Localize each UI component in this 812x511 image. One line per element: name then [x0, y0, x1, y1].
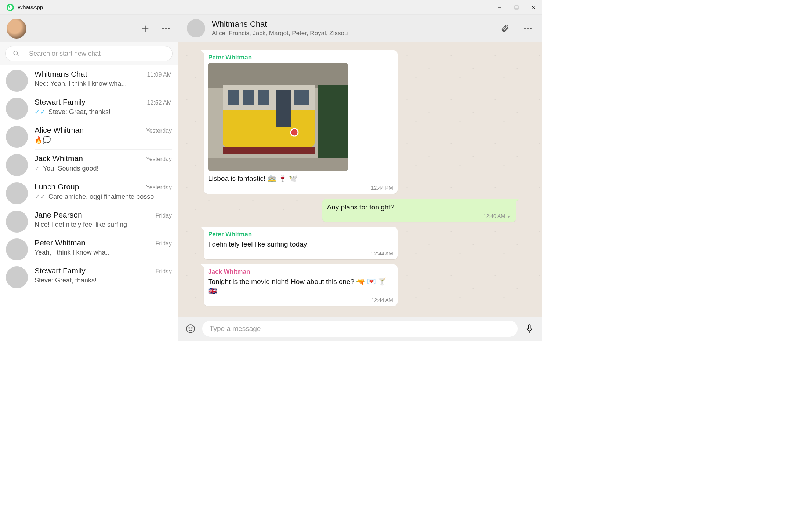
svg-point-29: [189, 328, 189, 328]
chat-list-item[interactable]: Stewart Family12:52 AM✓✓Steve: Great, th…: [0, 93, 178, 121]
chat-list-item[interactable]: Jack WhitmanYesterday✓You: Sounds good!: [0, 150, 178, 178]
chat-list-name: Alice Whitman: [35, 126, 84, 135]
chat-list-item[interactable]: Stewart FamilyFridaySteve: Great, thanks…: [0, 262, 178, 289]
chat-list-item[interactable]: Lunch GroupYesterday✓✓Care amiche, oggi …: [0, 178, 178, 206]
chat-list-preview: Yeah, I think I know wha...: [35, 249, 172, 256]
voice-record-button[interactable]: [524, 324, 534, 334]
chat-list-time: 11:09 AM: [147, 72, 172, 78]
sent-tick-icon: ✓: [35, 164, 40, 172]
chat-avatar: [187, 19, 205, 37]
search-icon: [13, 50, 19, 57]
chat-list-avatar: [6, 211, 28, 233]
chat-list-time: Friday: [156, 240, 172, 247]
message-sender: Peter Whitman: [208, 231, 393, 238]
attach-button[interactable]: [500, 23, 510, 33]
message-input-wrapper[interactable]: [202, 321, 518, 337]
incoming-message[interactable]: Jack WhitmanTonight is the movie night! …: [204, 264, 398, 306]
chat-list-name: Jack Whitman: [35, 154, 83, 163]
outgoing-message[interactable]: Any plans for tonight?12:40 AM ✓: [322, 199, 516, 222]
sidebar-menu-button[interactable]: [161, 23, 171, 34]
chat-list-avatar: [6, 238, 28, 260]
messages-area[interactable]: Peter WhitmanLisboa is fantastic! 🚋 🍷 🕊️…: [178, 42, 542, 317]
message-input[interactable]: [210, 325, 510, 333]
incoming-message[interactable]: Peter WhitmanLisboa is fantastic! 🚋 🍷 🕊️…: [204, 50, 398, 194]
chat-list-preview: Steve: Great, thanks!: [35, 277, 172, 284]
svg-rect-21: [243, 90, 254, 105]
window-title: WhatsApp: [18, 4, 43, 10]
window-maximize-button[interactable]: [508, 0, 525, 15]
chat-list-time: 12:52 AM: [147, 99, 172, 106]
svg-rect-20: [228, 90, 239, 105]
chat-list-item[interactable]: Alice WhitmanYesterday🔥💭: [0, 121, 178, 150]
sidebar: Whitmans Chat11:09 AMNed: Yeah, I think …: [0, 15, 178, 341]
window-titlebar: WhatsApp: [0, 0, 542, 15]
sidebar-search: [0, 42, 178, 65]
svg-rect-31: [528, 325, 530, 329]
svg-point-26: [291, 129, 298, 136]
svg-point-12: [524, 28, 526, 29]
chat-list-preview: Ned: Yeah, I think I know wha...: [35, 80, 172, 88]
svg-rect-27: [208, 158, 348, 171]
chat-list-name: Lunch Group: [35, 182, 79, 191]
chat-list-preview: ✓✓Steve: Great, thanks!: [35, 108, 172, 116]
chat-header[interactable]: Whitmans Chat Alice, Francis, Jack, Marg…: [178, 15, 542, 42]
svg-point-8: [165, 28, 167, 29]
chat-list-time: Yesterday: [146, 156, 172, 163]
chat-list-preview: ✓You: Sounds good!: [35, 164, 172, 172]
chat-list-item[interactable]: Jane PearsonFridayNice! I definitely fee…: [0, 206, 178, 234]
svg-rect-22: [258, 90, 269, 105]
chat-list-avatar: [6, 70, 28, 92]
chat-list-time: Friday: [156, 212, 172, 219]
chat-list-time: Yesterday: [146, 184, 172, 191]
chat-list[interactable]: Whitmans Chat11:09 AMNed: Yeah, I think …: [0, 65, 178, 341]
chat-list-item[interactable]: Peter WhitmanFridayYeah, I think I know …: [0, 234, 178, 262]
read-tick-icon: ✓✓: [35, 108, 46, 116]
chat-menu-button[interactable]: [523, 23, 533, 33]
chat-list-avatar: [6, 154, 28, 176]
svg-point-28: [186, 325, 195, 333]
chat-list-avatar: [6, 126, 28, 148]
chat-list-name: Peter Whitman: [35, 238, 86, 247]
chat-list-name: Stewart Family: [35, 266, 86, 275]
window-minimize-button[interactable]: [491, 0, 508, 15]
search-input-wrapper[interactable]: [5, 46, 173, 61]
new-chat-button[interactable]: [140, 23, 151, 34]
message-text: Tonight is the movie night! How about th…: [208, 277, 393, 296]
svg-point-13: [527, 28, 529, 29]
whatsapp-logo-icon: [7, 4, 14, 11]
svg-point-10: [14, 51, 18, 55]
svg-line-11: [17, 54, 19, 56]
svg-rect-23: [276, 90, 291, 127]
chat-list-item[interactable]: Whitmans Chat11:09 AMNed: Yeah, I think …: [0, 65, 178, 93]
microphone-icon: [525, 324, 533, 333]
composer: [178, 317, 542, 341]
message-text: I definitely feel like surfing today!: [208, 240, 393, 249]
chat-title: Whitmans Chat: [212, 19, 500, 29]
chat-list-preview: 🔥💭: [35, 136, 172, 144]
message-time: 12:44 AM: [208, 297, 393, 303]
message-text: Any plans for tonight?: [327, 202, 512, 212]
sent-tick-icon: ✓: [507, 213, 512, 219]
svg-point-14: [530, 28, 532, 29]
chat-list-time: Yesterday: [146, 128, 172, 134]
self-avatar[interactable]: [7, 19, 26, 39]
svg-point-9: [168, 28, 170, 29]
message-time: 12:40 AM ✓: [327, 213, 512, 219]
paperclip-icon: [501, 24, 510, 33]
chat-list-avatar: [6, 182, 28, 204]
chat-list-preview: Nice! I definitely feel like surfing: [35, 221, 172, 229]
search-input[interactable]: [29, 50, 165, 58]
svg-point-7: [162, 28, 164, 29]
message-image[interactable]: [208, 63, 348, 171]
svg-rect-16: [208, 63, 348, 88]
svg-rect-24: [294, 90, 309, 105]
svg-rect-25: [223, 147, 315, 154]
message-text: Lisboa is fantastic! 🚋 🍷 🕊️: [208, 174, 393, 183]
chat-list-avatar: [6, 98, 28, 120]
chat-panel: Whitmans Chat Alice, Francis, Jack, Marg…: [178, 15, 542, 341]
emoji-button[interactable]: [185, 324, 196, 334]
incoming-message[interactable]: Peter WhitmanI definitely feel like surf…: [204, 227, 398, 259]
window-close-button[interactable]: [525, 0, 542, 15]
chat-list-avatar: [6, 266, 28, 288]
message-sender: Peter Whitman: [208, 54, 393, 61]
